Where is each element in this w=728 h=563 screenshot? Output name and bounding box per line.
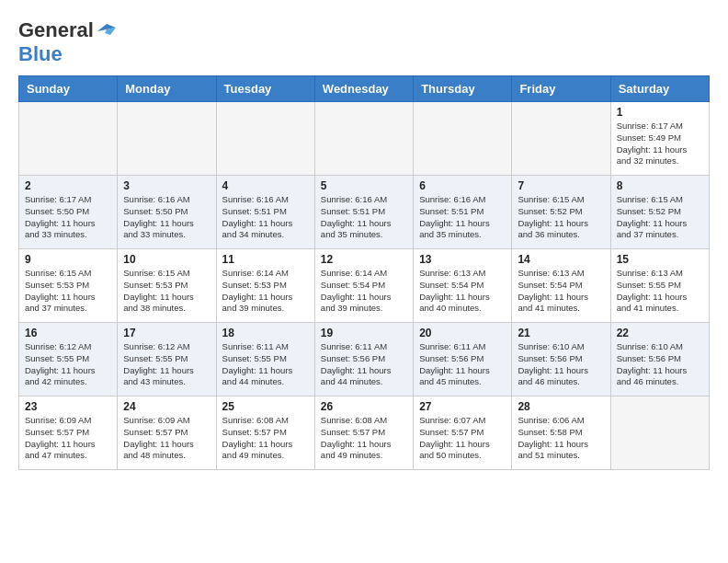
calendar-cell: 12Sunrise: 6:14 AM Sunset: 5:54 PM Dayli… [314,249,413,323]
calendar-cell: 28Sunrise: 6:06 AM Sunset: 5:58 PM Dayli… [512,396,610,470]
day-info: Sunrise: 6:17 AM Sunset: 5:50 PM Dayligh… [25,194,111,241]
day-info: Sunrise: 6:16 AM Sunset: 5:51 PM Dayligh… [222,194,309,241]
logo-blue: Blue [18,42,63,66]
calendar-cell: 17Sunrise: 6:12 AM Sunset: 5:55 PM Dayli… [118,323,216,396]
calendar-cell: 11Sunrise: 6:14 AM Sunset: 5:53 PM Dayli… [216,249,314,323]
day-info: Sunrise: 6:09 AM Sunset: 5:57 PM Dayligh… [25,415,111,462]
day-info: Sunrise: 6:16 AM Sunset: 5:51 PM Dayligh… [419,194,506,241]
calendar-cell: 8Sunrise: 6:15 AM Sunset: 5:52 PM Daylig… [610,176,709,249]
day-number: 7 [518,179,604,192]
calendar-week-row: 16Sunrise: 6:12 AM Sunset: 5:55 PM Dayli… [19,323,710,396]
logo-general: General [18,18,94,42]
day-info: Sunrise: 6:08 AM Sunset: 5:57 PM Dayligh… [222,415,309,462]
day-info: Sunrise: 6:13 AM Sunset: 5:54 PM Dayligh… [518,268,604,315]
day-number: 5 [321,179,407,192]
day-info: Sunrise: 6:07 AM Sunset: 5:57 PM Dayligh… [419,415,506,462]
calendar-cell: 23Sunrise: 6:09 AM Sunset: 5:57 PM Dayli… [19,396,118,470]
day-info: Sunrise: 6:12 AM Sunset: 5:55 PM Dayligh… [123,341,210,388]
day-info: Sunrise: 6:15 AM Sunset: 5:53 PM Dayligh… [123,268,210,315]
calendar-cell [216,102,314,176]
col-header-friday: Friday [512,76,610,102]
day-info: Sunrise: 6:06 AM Sunset: 5:58 PM Dayligh… [518,415,604,462]
calendar-week-row: 23Sunrise: 6:09 AM Sunset: 5:57 PM Dayli… [19,396,710,470]
calendar-cell: 18Sunrise: 6:11 AM Sunset: 5:55 PM Dayli… [216,323,314,396]
col-header-saturday: Saturday [610,76,709,102]
calendar-cell [314,102,413,176]
day-number: 22 [617,327,703,339]
day-info: Sunrise: 6:17 AM Sunset: 5:49 PM Dayligh… [617,121,703,167]
day-number: 19 [321,327,407,339]
day-info: Sunrise: 6:15 AM Sunset: 5:53 PM Dayligh… [25,268,111,315]
day-number: 17 [123,327,210,339]
day-number: 26 [321,400,407,413]
day-number: 3 [123,179,210,192]
calendar-week-row: 1Sunrise: 6:17 AM Sunset: 5:49 PM Daylig… [19,102,710,176]
calendar-cell: 21Sunrise: 6:10 AM Sunset: 5:56 PM Dayli… [512,323,610,396]
calendar-header-row: SundayMondayTuesdayWednesdayThursdayFrid… [19,76,710,102]
day-number: 24 [123,400,210,413]
col-header-tuesday: Tuesday [216,76,314,102]
logo-bird-icon [96,22,116,39]
calendar-cell [118,102,216,176]
day-info: Sunrise: 6:15 AM Sunset: 5:52 PM Dayligh… [518,194,604,241]
day-number: 10 [123,253,210,266]
calendar-cell [19,102,118,176]
day-info: Sunrise: 6:10 AM Sunset: 5:56 PM Dayligh… [617,341,703,388]
calendar-cell [610,396,709,470]
day-info: Sunrise: 6:11 AM Sunset: 5:56 PM Dayligh… [321,341,407,388]
calendar-cell: 3Sunrise: 6:16 AM Sunset: 5:50 PM Daylig… [118,176,216,249]
col-header-monday: Monday [118,76,216,102]
day-info: Sunrise: 6:16 AM Sunset: 5:51 PM Dayligh… [321,194,407,241]
day-info: Sunrise: 6:11 AM Sunset: 5:55 PM Dayligh… [222,341,309,388]
col-header-thursday: Thursday [414,76,512,102]
calendar-cell: 16Sunrise: 6:12 AM Sunset: 5:55 PM Dayli… [19,323,118,396]
calendar-cell: 25Sunrise: 6:08 AM Sunset: 5:57 PM Dayli… [216,396,314,470]
day-number: 23 [25,400,111,413]
calendar-cell: 10Sunrise: 6:15 AM Sunset: 5:53 PM Dayli… [118,249,216,323]
day-info: Sunrise: 6:13 AM Sunset: 5:54 PM Dayligh… [419,268,506,315]
day-number: 14 [518,253,604,266]
calendar-cell: 13Sunrise: 6:13 AM Sunset: 5:54 PM Dayli… [414,249,512,323]
calendar-cell: 26Sunrise: 6:08 AM Sunset: 5:57 PM Dayli… [314,396,413,470]
calendar-week-row: 9Sunrise: 6:15 AM Sunset: 5:53 PM Daylig… [19,249,710,323]
calendar-cell [414,102,512,176]
day-number: 27 [419,400,506,413]
day-info: Sunrise: 6:16 AM Sunset: 5:50 PM Dayligh… [123,194,210,241]
calendar-cell: 20Sunrise: 6:11 AM Sunset: 5:56 PM Dayli… [414,323,512,396]
calendar-cell: 7Sunrise: 6:15 AM Sunset: 5:52 PM Daylig… [512,176,610,249]
calendar-table: SundayMondayTuesdayWednesdayThursdayFrid… [18,75,710,470]
logo: General Blue [18,18,116,66]
day-info: Sunrise: 6:09 AM Sunset: 5:57 PM Dayligh… [123,415,210,462]
calendar-cell: 22Sunrise: 6:10 AM Sunset: 5:56 PM Dayli… [610,323,709,396]
calendar-week-row: 2Sunrise: 6:17 AM Sunset: 5:50 PM Daylig… [19,176,710,249]
calendar-cell: 4Sunrise: 6:16 AM Sunset: 5:51 PM Daylig… [216,176,314,249]
day-number: 4 [222,179,309,192]
day-number: 20 [419,327,506,339]
calendar-cell [512,102,610,176]
day-info: Sunrise: 6:12 AM Sunset: 5:55 PM Dayligh… [25,341,111,388]
day-number: 28 [518,400,604,413]
day-number: 9 [25,253,111,266]
page-header: General Blue [18,18,710,66]
day-number: 25 [222,400,309,413]
calendar-cell: 1Sunrise: 6:17 AM Sunset: 5:49 PM Daylig… [610,102,709,176]
calendar-cell: 15Sunrise: 6:13 AM Sunset: 5:55 PM Dayli… [610,249,709,323]
day-number: 8 [617,179,703,192]
calendar-cell: 9Sunrise: 6:15 AM Sunset: 5:53 PM Daylig… [19,249,118,323]
day-number: 6 [419,179,506,192]
calendar-cell: 5Sunrise: 6:16 AM Sunset: 5:51 PM Daylig… [314,176,413,249]
day-number: 18 [222,327,309,339]
calendar-cell: 24Sunrise: 6:09 AM Sunset: 5:57 PM Dayli… [118,396,216,470]
day-info: Sunrise: 6:15 AM Sunset: 5:52 PM Dayligh… [617,194,703,241]
day-info: Sunrise: 6:08 AM Sunset: 5:57 PM Dayligh… [321,415,407,462]
calendar-cell: 27Sunrise: 6:07 AM Sunset: 5:57 PM Dayli… [414,396,512,470]
day-info: Sunrise: 6:11 AM Sunset: 5:56 PM Dayligh… [419,341,506,388]
day-info: Sunrise: 6:13 AM Sunset: 5:55 PM Dayligh… [617,268,703,315]
day-number: 11 [222,253,309,266]
day-number: 13 [419,253,506,266]
day-number: 15 [617,253,703,266]
col-header-sunday: Sunday [19,76,118,102]
day-info: Sunrise: 6:14 AM Sunset: 5:54 PM Dayligh… [321,268,407,315]
calendar-cell: 2Sunrise: 6:17 AM Sunset: 5:50 PM Daylig… [19,176,118,249]
day-number: 16 [25,327,111,339]
